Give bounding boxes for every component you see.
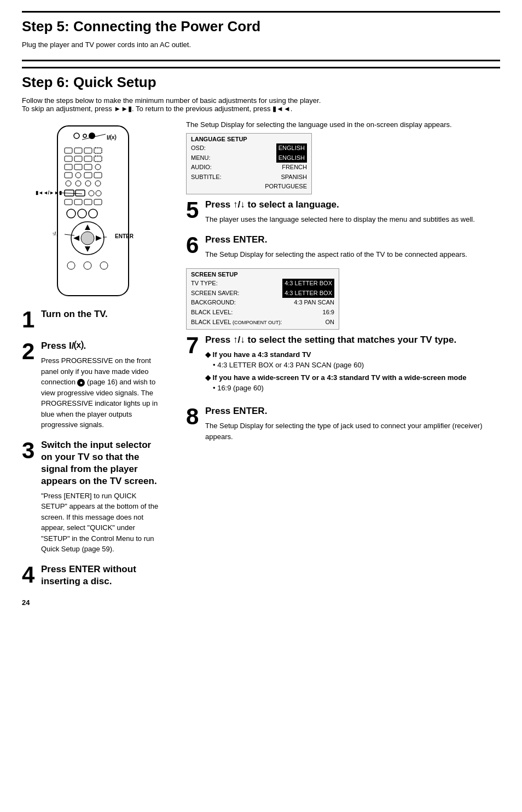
main-two-col: I/⒳ — [22, 120, 500, 607]
svg-rect-13 — [94, 156, 102, 162]
step2-content: Press I/⒳. Press PROGRESSIVE on the fron… — [41, 340, 161, 430]
screen-row-blacklevel: BLACK LEVEL:16:9 — [191, 308, 334, 318]
svg-marker-47 — [73, 235, 79, 241]
svg-point-19 — [76, 172, 81, 178]
svg-rect-18 — [65, 172, 72, 178]
section-divider — [22, 60, 500, 61]
step8-content: Press ENTER. The Setup Display for selec… — [205, 405, 486, 442]
step7-heading: Press ↑/↓ to select the setting that mat… — [205, 334, 486, 346]
svg-line-40 — [65, 234, 74, 235]
step2-heading: Press I/⒳. — [41, 340, 161, 352]
svg-point-17 — [95, 164, 101, 170]
svg-rect-12 — [84, 156, 92, 162]
step5-title: Step 5: Connecting the Power Cord — [22, 11, 500, 35]
step7-sub-2: 16:9 (page 60) — [213, 384, 486, 392]
step4-block: 4 Press ENTER without inserting a disc. — [22, 563, 175, 588]
svg-rect-11 — [74, 156, 82, 162]
svg-text:▮◄◄/►►▮: ▮◄◄/►►▮ — [36, 190, 62, 195]
step5-section: Step 5: Connecting the Power Cord Plug t… — [22, 11, 500, 49]
step2-block: 2 Press I/⒳. Press PROGRESSIVE on the fr… — [22, 340, 175, 430]
svg-marker-45 — [85, 224, 90, 230]
svg-rect-35 — [94, 199, 102, 205]
svg-rect-32 — [65, 199, 72, 205]
step6r-number: 6 — [186, 234, 199, 257]
svg-point-50 — [84, 262, 91, 269]
step6r-block: 6 Press ENTER. The Setup Display for sel… — [186, 234, 500, 260]
lang-row-subtitle: SUBTITLE:SPANISH — [191, 172, 307, 182]
step7-bullet-list: If you have a 4:3 standard TV — [205, 350, 486, 359]
lang-row-audio: AUDIO:FRENCH — [191, 163, 307, 172]
step1-block: 1 Turn on the TV. — [22, 308, 175, 331]
right-col: The Setup Display for selecting the lang… — [186, 120, 500, 451]
step6r-content: Press ENTER. The Setup Display for selec… — [205, 234, 486, 260]
screen-menu-box: SCREEN SETUP TV TYPE:4:3 LETTER BOX SCRE… — [186, 268, 339, 330]
step6-title: Step 6: Quick Setup — [22, 67, 500, 91]
svg-rect-33 — [74, 199, 82, 205]
svg-point-36 — [67, 209, 76, 218]
step1-number: 1 — [22, 308, 34, 331]
step8-heading: Press ENTER. — [205, 405, 486, 417]
svg-rect-6 — [65, 148, 72, 153]
lang-row-portuguese: PORTUGUESE — [191, 182, 307, 192]
lang-menu-intro: The Setup Display for selecting the lang… — [186, 120, 500, 129]
svg-text:I/⒳: I/⒳ — [107, 134, 117, 141]
step7-bullet-2: If you have a wide-screen TV or a 4:3 st… — [205, 373, 486, 382]
step3-heading: Switch the input selector on your TV so … — [41, 439, 161, 487]
step7-sub-item-2: 16:9 (page 60) — [213, 384, 486, 392]
svg-rect-14 — [65, 164, 72, 170]
svg-rect-16 — [84, 164, 92, 170]
svg-rect-29 — [76, 190, 85, 196]
step3-number: 3 — [22, 439, 34, 462]
screen-row-screensaver: SCREEN SAVER:4:3 LETTER BOX — [191, 289, 334, 298]
step3-block: 3 Switch the input selector on your TV s… — [22, 439, 175, 555]
page-number: 24 — [22, 598, 175, 607]
lang-row-menu: MENU:ENGLISH — [191, 153, 307, 163]
svg-point-3 — [74, 133, 79, 139]
svg-marker-48 — [96, 235, 102, 241]
step7-sub-1: 4:3 LETTER BOX or 4:3 PAN SCAN (page 60) — [213, 361, 486, 369]
screen-menu-title: SCREEN SETUP — [191, 271, 334, 278]
step8-block: 8 Press ENTER. The Setup Display for sel… — [186, 405, 500, 442]
step1-content: Turn on the TV. — [41, 308, 161, 320]
svg-point-49 — [67, 262, 75, 269]
step7-sub-item-1: 4:3 LETTER BOX or 4:3 PAN SCAN (page 60) — [213, 361, 486, 369]
step8-body: The Setup Display for selecting the type… — [205, 421, 486, 442]
svg-point-22 — [66, 181, 71, 186]
lang-menu-title: LANGUAGE SETUP — [191, 136, 307, 142]
step5r-body: The player uses the language selected he… — [205, 214, 486, 225]
svg-rect-20 — [84, 172, 92, 178]
svg-text:ENTER: ENTER — [115, 233, 134, 239]
step8-number: 8 — [186, 405, 199, 428]
svg-rect-34 — [84, 199, 92, 205]
step6r-body: The Setup Display for selecting the aspe… — [205, 249, 486, 260]
circle-icon: ● — [77, 379, 85, 387]
svg-point-38 — [89, 209, 97, 218]
lang-row-osd: OSD:ENGLISH — [191, 143, 307, 153]
svg-marker-46 — [85, 246, 90, 252]
svg-point-51 — [100, 262, 108, 269]
screen-row-blacklevel-comp: BLACK LEVEL (COMPONENT OUT):ON — [191, 318, 334, 327]
step5-body: Plug the player and TV power cords into … — [22, 41, 500, 49]
svg-line-27 — [59, 193, 82, 194]
svg-point-30 — [89, 191, 94, 196]
svg-rect-15 — [74, 164, 82, 170]
step5r-content: Press ↑/↓ to select a language. The play… — [205, 199, 486, 225]
svg-rect-9 — [94, 148, 102, 153]
step5r-heading: Press ↑/↓ to select a language. — [205, 199, 486, 211]
step6-intro: Follow the steps below to make the minim… — [22, 96, 500, 113]
svg-text:↑/↓: ↑/↓ — [52, 231, 59, 237]
svg-point-5 — [89, 133, 95, 139]
svg-point-44 — [81, 232, 94, 245]
step4-number: 4 — [22, 563, 34, 586]
svg-rect-8 — [84, 148, 92, 153]
step2-number: 2 — [22, 340, 34, 363]
step3-content: Switch the input selector on your TV so … — [41, 439, 161, 555]
step6r-heading: Press ENTER. — [205, 234, 486, 246]
svg-point-23 — [76, 181, 81, 186]
svg-point-25 — [95, 181, 101, 186]
step5r-block: 5 Press ↑/↓ to select a language. The pl… — [186, 199, 500, 225]
svg-rect-21 — [94, 172, 102, 178]
svg-point-24 — [85, 181, 91, 186]
screen-row-background: BACKGROUND:4:3 PAN SCAN — [191, 298, 334, 308]
screen-row-tvtype: TV TYPE:4:3 LETTER BOX — [191, 279, 334, 289]
